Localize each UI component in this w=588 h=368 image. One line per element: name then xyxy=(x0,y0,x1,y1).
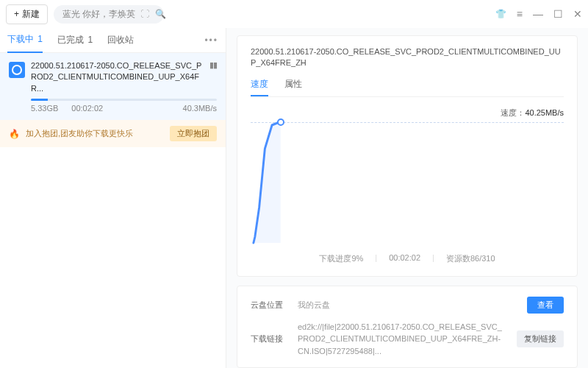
copy-link-button[interactable]: 复制链接 xyxy=(517,330,564,347)
search-placeholder: 蓝光 你好，李焕英 xyxy=(62,8,135,21)
download-link-label: 下载链接 xyxy=(251,333,287,344)
disc-icon xyxy=(9,62,25,78)
plus-icon: + xyxy=(14,9,19,19)
new-button[interactable]: + 新建 xyxy=(6,4,48,24)
qr-icon[interactable]: ⛶ xyxy=(140,9,149,19)
cloud-location-label: 云盘位置 xyxy=(251,300,287,311)
download-elapsed: 00:02:02 xyxy=(71,104,103,113)
promo-bar: 🔥 加入抱团,团友助你下载更快乐 立即抱团 xyxy=(0,120,226,147)
tab-recycle-label: 回收站 xyxy=(107,35,134,45)
maximize-button[interactable]: ☐ xyxy=(553,8,563,20)
cloud-location-value: 我的云盘 xyxy=(298,299,517,311)
promo-button[interactable]: 立即抱团 xyxy=(170,126,217,141)
new-button-label: 新建 xyxy=(22,8,40,21)
download-size: 5.33GB xyxy=(31,104,58,113)
footer-progress: 下载进度9% xyxy=(319,253,363,264)
tab-downloading-label: 下载中 xyxy=(7,34,34,44)
detail-tab-speed[interactable]: 速度 xyxy=(251,78,268,96)
close-button[interactable]: ✕ xyxy=(573,8,582,20)
download-speed: 40.3MB/s xyxy=(183,104,217,113)
more-menu[interactable]: ••• xyxy=(204,35,218,46)
download-filename: 22000.51.210617-2050.CO_RELEASE_SVC_PROD… xyxy=(31,60,204,94)
tab-downloading[interactable]: 下载中 1 xyxy=(7,27,43,53)
detail-filename: 22000.51.210617-2050.CO_RELEASE_SVC_PROD… xyxy=(251,46,564,69)
promo-text: 加入抱团,团友助你下载更快乐 xyxy=(26,128,164,139)
tab-finished-label: 已完成 xyxy=(57,35,84,45)
pause-button[interactable]: ▮▮ xyxy=(209,60,217,70)
tab-finished[interactable]: 已完成 1 xyxy=(57,28,93,52)
download-link-value: ed2k://|file|22000.51.210617-2050.CO_REL… xyxy=(298,321,506,358)
tab-downloading-count: 1 xyxy=(37,34,43,44)
menu-icon[interactable]: ≡ xyxy=(517,8,523,20)
footer-resources: 资源数86/310 xyxy=(446,253,495,264)
flame-icon: 🔥 xyxy=(9,129,20,139)
footer-elapsed: 00:02:02 xyxy=(389,253,420,264)
download-item[interactable]: 22000.51.210617-2050.CO_RELEASE_SVC_PROD… xyxy=(0,53,226,120)
progress-bar xyxy=(31,99,217,101)
search-icon[interactable]: 🔍 xyxy=(155,9,166,19)
speed-chart: 速度：40.25MB/s xyxy=(251,105,564,244)
skin-icon[interactable]: 👕 xyxy=(495,9,506,19)
tab-finished-count: 1 xyxy=(87,35,93,45)
tab-recycle[interactable]: 回收站 xyxy=(107,28,134,52)
detail-tab-attr[interactable]: 属性 xyxy=(284,78,302,96)
minimize-button[interactable]: — xyxy=(533,8,543,20)
chart-marker xyxy=(277,118,284,126)
view-button[interactable]: 查看 xyxy=(527,297,564,314)
